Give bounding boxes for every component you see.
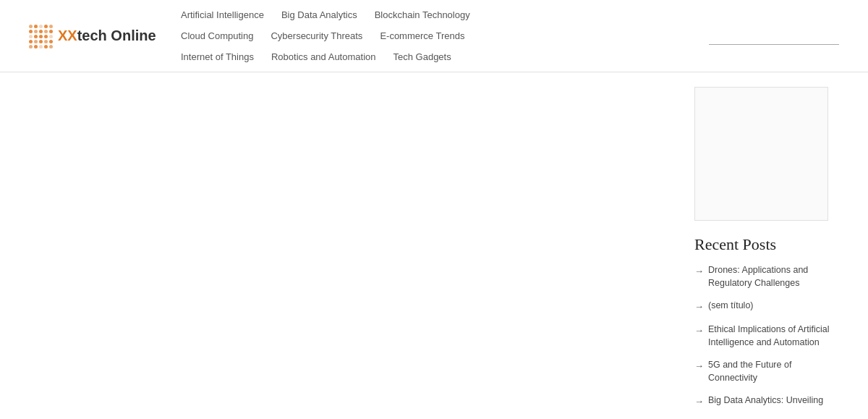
recent-post-label: Drones: Applications and Regulatory Chal… [708,264,839,289]
recent-post-label: 5G and the Future of Connectivity [708,359,839,384]
search-input[interactable] [709,27,839,45]
recent-post-item[interactable]: → Drones: Applications and Regulatory Ch… [694,264,839,289]
recent-post-item[interactable]: → Ethical Implications of Artificial Int… [694,323,839,349]
recent-post-label: Big Data Analytics: Unveiling [708,394,823,407]
recent-post-item[interactable]: → 5G and the Future of Connectivity [694,359,839,384]
nav-row-1: Artificial Intelligence Big Data Analyti… [174,4,709,25]
arrow-icon: → [694,395,704,408]
main-content-area [29,87,673,418]
recent-post-label: Ethical Implications of Artificial Intel… [708,323,839,349]
recent-post-item[interactable]: → Big Data Analytics: Unveiling [694,394,839,408]
sidebar: Recent Posts → Drones: Applications and … [694,87,839,418]
arrow-icon: → [694,265,704,278]
nav-internet-of-things[interactable]: Internet of Things [174,48,261,65]
logo[interactable]: XXtech Online [29,17,174,55]
nav-row-2: Cloud Computing Cybersecurity Threats E-… [174,25,709,46]
nav-robotics-and-automation[interactable]: Robotics and Automation [264,48,383,65]
nav-big-data-analytics[interactable]: Big Data Analytics [274,7,365,23]
arrow-icon: → [694,360,704,373]
search-area [709,27,839,45]
nav-ecommerce-trends[interactable]: E-commerce Trends [373,27,472,44]
recent-post-label: (sem título) [708,300,754,313]
logo-icon [29,25,52,48]
arrow-icon: → [694,300,704,313]
nav-cloud-computing[interactable]: Cloud Computing [174,27,260,44]
recent-post-item[interactable]: → (sem título) [694,300,839,313]
nav-cybersecurity-threats[interactable]: Cybersecurity Threats [263,27,370,44]
sidebar-ad-box [694,87,828,221]
nav-blockchain-technology[interactable]: Blockchain Technology [367,7,477,23]
nav-artificial-intelligence[interactable]: Artificial Intelligence [174,7,271,23]
logo-text: XXtech Online [58,27,156,44]
navigation: Artificial Intelligence Big Data Analyti… [174,0,709,72]
nav-tech-gadgets[interactable]: Tech Gadgets [386,48,458,65]
nav-row-3: Internet of Things Robotics and Automati… [174,46,709,67]
arrow-icon: → [694,324,704,337]
recent-posts-title: Recent Posts [694,235,839,254]
